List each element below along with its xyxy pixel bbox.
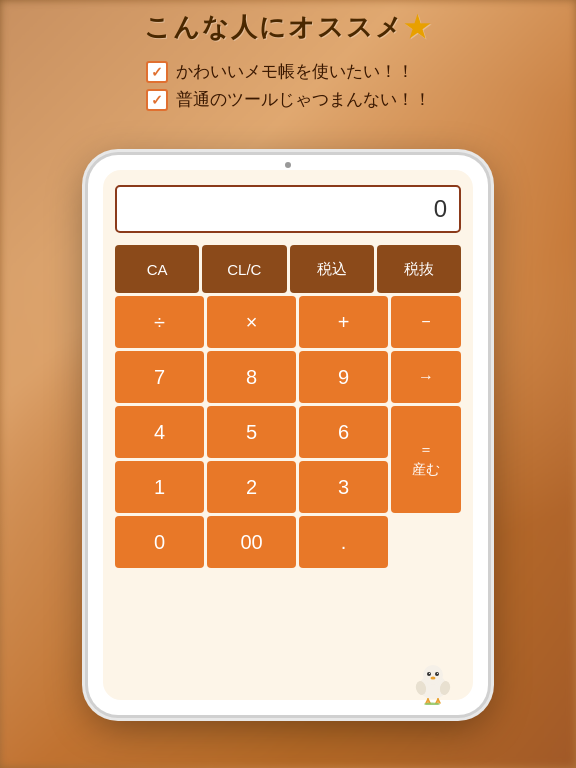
svg-point-4 <box>435 672 439 676</box>
header-area: こんな人にオススメ★ かわいいメモ帳を使いたい！！ 普通のツールじゃつまんない！… <box>0 10 576 116</box>
key-5[interactable]: 5 <box>207 406 296 458</box>
tablet-inner: 0 CA CL/C 税込 税抜 ÷ × + <box>103 170 473 700</box>
tablet-frame: 0 CA CL/C 税込 税抜 ÷ × + <box>88 155 488 715</box>
key-9[interactable]: 9 <box>299 351 388 403</box>
key-3[interactable]: 3 <box>299 461 388 513</box>
bird-svg <box>408 655 458 705</box>
key-minus[interactable]: − <box>391 296 461 348</box>
check-icon-2 <box>146 89 168 111</box>
ops-row: ÷ × + <box>115 296 388 348</box>
header-row: CA CL/C 税込 税抜 <box>115 245 461 293</box>
bird-mascot <box>408 655 463 710</box>
main-keys: ÷ × + 7 8 9 4 5 6 <box>115 296 388 571</box>
title-text: こんな人にオススメ <box>144 12 404 42</box>
key-00[interactable]: 00 <box>207 516 296 568</box>
main-title: こんな人にオススメ★ <box>0 10 576 45</box>
key-equals[interactable]: ＝ 産む <box>391 406 461 513</box>
num-row-4: 0 00 . <box>115 516 388 568</box>
key-0[interactable]: 0 <box>115 516 204 568</box>
key-dot[interactable]: . <box>299 516 388 568</box>
key-clc[interactable]: CL/C <box>202 245 286 293</box>
equals-top: ＝ <box>419 441 433 459</box>
check-item-1: かわいいメモ帳を使いたい！！ <box>146 60 431 83</box>
key-1[interactable]: 1 <box>115 461 204 513</box>
star-icon: ★ <box>404 12 432 42</box>
svg-point-2 <box>427 672 431 676</box>
check-label-1: かわいいメモ帳を使いたい！！ <box>176 60 414 83</box>
key-6[interactable]: 6 <box>299 406 388 458</box>
num-row-1: 7 8 9 <box>115 351 388 403</box>
key-2[interactable]: 2 <box>207 461 296 513</box>
svg-point-1 <box>423 665 443 685</box>
key-tax-in[interactable]: 税込 <box>290 245 374 293</box>
key-7[interactable]: 7 <box>115 351 204 403</box>
main-grid: ÷ × + 7 8 9 4 5 6 <box>115 296 461 571</box>
checklist: かわいいメモ帳を使いたい！！ 普通のツールじゃつまんない！！ <box>146 55 431 116</box>
key-div[interactable]: ÷ <box>115 296 204 348</box>
key-8[interactable]: 8 <box>207 351 296 403</box>
check-label-2: 普通のツールじゃつまんない！！ <box>176 88 431 111</box>
display-value: 0 <box>434 195 447 222</box>
check-item-2: 普通のツールじゃつまんない！！ <box>146 88 431 111</box>
key-4[interactable]: 4 <box>115 406 204 458</box>
check-icon-1 <box>146 61 168 83</box>
num-row-2: 4 5 6 <box>115 406 388 458</box>
key-tax-out[interactable]: 税抜 <box>377 245 461 293</box>
svg-point-3 <box>429 673 430 674</box>
key-back[interactable]: → <box>391 351 461 403</box>
key-add[interactable]: + <box>299 296 388 348</box>
equals-bottom: 産む <box>412 461 440 479</box>
key-ca[interactable]: CA <box>115 245 199 293</box>
svg-point-5 <box>437 673 438 674</box>
svg-point-6 <box>431 677 436 680</box>
num-row-3: 1 2 3 <box>115 461 388 513</box>
right-col: − → ＝ 産む <box>391 296 461 571</box>
calc-display: 0 <box>115 185 461 233</box>
calculator: 0 CA CL/C 税込 税抜 ÷ × + <box>103 170 473 583</box>
key-mul[interactable]: × <box>207 296 296 348</box>
tablet-camera <box>285 162 291 168</box>
